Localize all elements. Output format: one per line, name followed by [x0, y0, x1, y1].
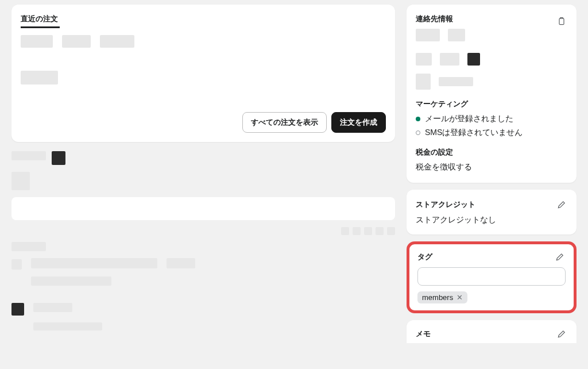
redacted-block — [33, 322, 102, 330]
svg-rect-0 — [559, 18, 564, 24]
store-credit-title: ストアクレジット — [416, 199, 475, 210]
redacted-block — [31, 276, 111, 286]
edit-icon[interactable] — [556, 328, 567, 340]
marketing-title: マーケティング — [416, 99, 567, 109]
redacted-block — [448, 29, 465, 41]
email-status-text: メールが登録されました — [425, 114, 513, 124]
redacted-block — [11, 242, 46, 251]
redacted-block — [33, 303, 72, 312]
redacted-block — [100, 35, 134, 48]
redacted-block — [416, 53, 432, 66]
status-dot-active-icon — [416, 117, 420, 121]
edit-icon[interactable] — [554, 251, 566, 263]
redacted-block — [341, 227, 349, 235]
create-order-button[interactable]: 注文を作成 — [331, 112, 386, 133]
view-all-orders-button[interactable]: すべての注文を表示 — [242, 112, 327, 133]
store-credit-card: ストアクレジット ストアクレジットなし — [407, 190, 577, 235]
redacted-block — [11, 151, 46, 160]
sms-marketing-status: SMSは登録されていません — [416, 128, 567, 138]
redacted-block — [439, 77, 473, 86]
tax-collect-text: 税金を徴収する — [416, 162, 567, 172]
tag-remove-icon[interactable]: ✕ — [457, 293, 463, 302]
tax-settings-title: 税金の設定 — [416, 147, 567, 157]
timeline-section — [11, 151, 395, 330]
redacted-block — [387, 227, 395, 235]
tag-label: members — [422, 293, 453, 302]
email-marketing-status: メールが登録されました — [416, 114, 567, 124]
redacted-block — [364, 227, 372, 235]
redacted-block — [11, 303, 24, 316]
recent-orders-title: 直近の注文 — [21, 14, 386, 24]
store-credit-value: ストアクレジットなし — [416, 215, 567, 225]
redacted-block — [440, 53, 459, 66]
redacted-block — [31, 258, 157, 268]
tag-input[interactable] — [417, 267, 566, 286]
recent-orders-card: 直近の注文 すべての注文を表示 注文を作成 — [11, 5, 395, 142]
redacted-block — [376, 227, 384, 235]
redacted-block — [416, 29, 440, 41]
status-dot-inactive-icon — [416, 130, 420, 135]
memo-title: メモ — [416, 329, 431, 339]
tags-card: タグ members ✕ — [407, 241, 577, 313]
redacted-block — [11, 172, 30, 190]
redacted-block — [21, 35, 53, 48]
sms-status-text: SMSは登録されていません — [425, 128, 523, 138]
tags-title: タグ — [417, 252, 432, 262]
redacted-block — [52, 151, 65, 165]
contact-info-title: 連絡先情報 — [416, 14, 453, 24]
redacted-block — [11, 259, 22, 270]
redacted-block — [416, 74, 431, 90]
redacted-block — [62, 35, 91, 48]
memo-card: メモ — [407, 320, 577, 343]
redacted-block — [467, 53, 480, 66]
clipboard-icon[interactable] — [556, 16, 567, 27]
redacted-card — [11, 197, 395, 220]
tab-underline — [21, 26, 60, 28]
redacted-block — [353, 227, 361, 235]
tag-pill: members ✕ — [417, 291, 467, 303]
redacted-block — [21, 71, 58, 84]
edit-icon[interactable] — [556, 199, 567, 210]
redacted-block — [167, 258, 195, 268]
contact-info-card: 連絡先情報 — [407, 5, 577, 183]
